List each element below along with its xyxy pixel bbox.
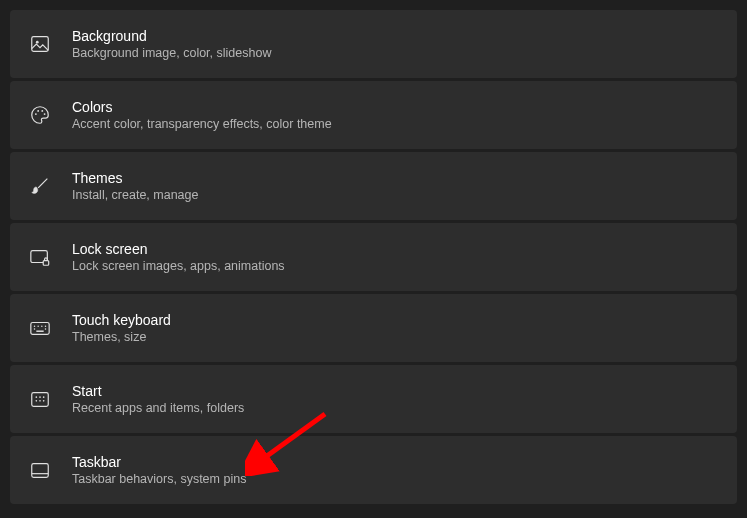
svg-point-3 xyxy=(37,110,39,112)
settings-item-text: Background Background image, color, slid… xyxy=(72,28,271,60)
svg-point-18 xyxy=(39,396,41,398)
svg-point-12 xyxy=(45,325,46,326)
palette-icon xyxy=(28,103,52,127)
settings-item-text: Start Recent apps and items, folders xyxy=(72,383,244,415)
start-grid-icon xyxy=(28,387,52,411)
settings-item-subtitle: Background image, color, slideshow xyxy=(72,46,271,60)
svg-point-13 xyxy=(34,328,35,329)
svg-point-1 xyxy=(36,41,39,44)
svg-point-21 xyxy=(39,400,41,402)
settings-item-title: Background xyxy=(72,28,271,44)
settings-item-title: Colors xyxy=(72,99,332,115)
svg-point-4 xyxy=(41,110,43,112)
settings-item-taskbar[interactable]: Taskbar Taskbar behaviors, system pins xyxy=(10,436,737,504)
svg-point-20 xyxy=(36,400,38,402)
settings-item-text: Colors Accent color, transparency effect… xyxy=(72,99,332,131)
svg-point-10 xyxy=(37,325,38,326)
brush-icon xyxy=(28,174,52,198)
svg-point-5 xyxy=(44,113,46,115)
settings-item-colors[interactable]: Colors Accent color, transparency effect… xyxy=(10,81,737,149)
settings-item-text: Taskbar Taskbar behaviors, system pins xyxy=(72,454,246,486)
svg-rect-8 xyxy=(31,323,49,335)
settings-item-start[interactable]: Start Recent apps and items, folders xyxy=(10,365,737,433)
svg-rect-7 xyxy=(43,261,49,266)
settings-item-subtitle: Themes, size xyxy=(72,330,171,344)
settings-item-lockscreen[interactable]: Lock screen Lock screen images, apps, an… xyxy=(10,223,737,291)
personalization-settings-list: Background Background image, color, slid… xyxy=(0,10,747,504)
image-icon xyxy=(28,32,52,56)
settings-item-title: Themes xyxy=(72,170,198,186)
settings-item-subtitle: Taskbar behaviors, system pins xyxy=(72,472,246,486)
settings-item-title: Touch keyboard xyxy=(72,312,171,328)
svg-point-9 xyxy=(34,325,35,326)
svg-point-14 xyxy=(45,328,46,329)
settings-item-subtitle: Recent apps and items, folders xyxy=(72,401,244,415)
settings-item-background[interactable]: Background Background image, color, slid… xyxy=(10,10,737,78)
svg-point-17 xyxy=(36,396,38,398)
settings-item-title: Start xyxy=(72,383,244,399)
lock-screen-icon xyxy=(28,245,52,269)
settings-item-text: Lock screen Lock screen images, apps, an… xyxy=(72,241,285,273)
settings-item-subtitle: Install, create, manage xyxy=(72,188,198,202)
settings-item-subtitle: Lock screen images, apps, animations xyxy=(72,259,285,273)
settings-item-touchkeyboard[interactable]: Touch keyboard Themes, size xyxy=(10,294,737,362)
svg-rect-0 xyxy=(32,37,49,52)
svg-point-22 xyxy=(43,400,45,402)
settings-item-subtitle: Accent color, transparency effects, colo… xyxy=(72,117,332,131)
settings-item-title: Lock screen xyxy=(72,241,285,257)
svg-rect-16 xyxy=(32,393,49,407)
svg-rect-23 xyxy=(32,464,49,478)
svg-point-19 xyxy=(43,396,45,398)
svg-point-11 xyxy=(41,325,42,326)
settings-item-themes[interactable]: Themes Install, create, manage xyxy=(10,152,737,220)
keyboard-icon xyxy=(28,316,52,340)
settings-item-text: Touch keyboard Themes, size xyxy=(72,312,171,344)
settings-item-text: Themes Install, create, manage xyxy=(72,170,198,202)
taskbar-icon xyxy=(28,458,52,482)
svg-point-2 xyxy=(35,113,37,115)
settings-item-title: Taskbar xyxy=(72,454,246,470)
